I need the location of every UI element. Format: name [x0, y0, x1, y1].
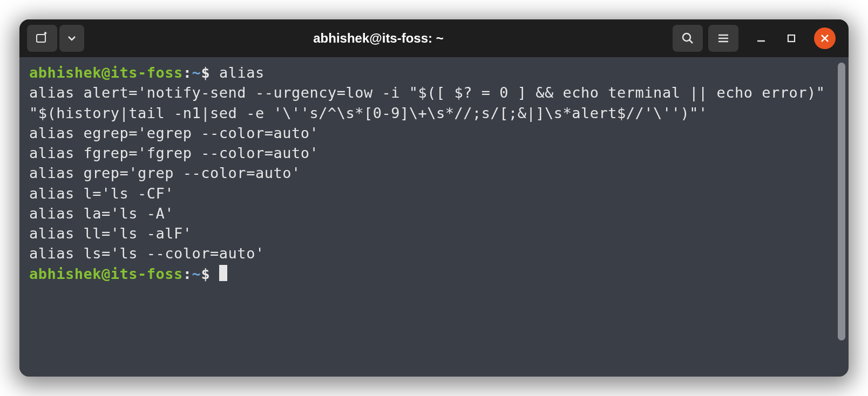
close-button[interactable] — [814, 28, 836, 49]
new-tab-icon — [35, 31, 49, 45]
maximize-icon — [787, 34, 796, 43]
output-line: alias l='ls -CF' — [29, 185, 174, 202]
hamburger-menu-button[interactable] — [708, 25, 738, 52]
titlebar[interactable]: abhishek@its-foss: ~ — [19, 19, 849, 57]
search-button[interactable] — [673, 25, 703, 52]
terminal-window: abhishek@its-foss: ~ — [19, 19, 849, 377]
svg-rect-0 — [37, 35, 45, 42]
command-input: alias — [219, 64, 265, 81]
new-tab-button[interactable] — [27, 25, 57, 52]
terminal-cursor — [219, 265, 227, 281]
prompt-separator: : — [183, 265, 192, 282]
svg-line-4 — [689, 40, 693, 43]
prompt-symbol: $ — [201, 64, 210, 81]
output-line: alias grep='grep --color=auto' — [29, 165, 301, 181]
chevron-down-icon — [67, 33, 77, 43]
output-line: alias alert='notify-send --urgency=low -… — [29, 84, 834, 121]
terminal-body[interactable]: abhishek@its-foss:~$ alias alias alert='… — [19, 57, 849, 377]
search-icon — [681, 32, 694, 45]
svg-rect-9 — [788, 35, 795, 42]
window-frame: abhishek@its-foss: ~ — [19, 19, 849, 377]
hamburger-icon — [717, 32, 729, 44]
maximize-button[interactable] — [784, 31, 799, 46]
titlebar-right-controls — [673, 25, 841, 52]
window-title: abhishek@its-foss: ~ — [313, 31, 443, 46]
prompt-path: ~ — [192, 265, 201, 282]
prompt-user-host: abhishek@its-foss — [29, 265, 183, 282]
output-line: alias la='ls -A' — [29, 205, 174, 222]
scrollbar[interactable] — [838, 63, 845, 371]
prompt-user-host: abhishek@its-foss — [29, 64, 183, 81]
prompt-symbol: $ — [201, 265, 210, 282]
output-line: alias egrep='egrep --color=auto' — [29, 125, 318, 141]
output-line: alias ls='ls --color=auto' — [29, 245, 265, 262]
output-line: alias fgrep='fgrep --color=auto' — [29, 145, 318, 161]
minimize-icon — [756, 33, 766, 43]
minimize-button[interactable] — [754, 31, 769, 46]
close-icon — [820, 33, 830, 43]
prompt-separator: : — [183, 64, 192, 81]
prompt-path: ~ — [192, 64, 201, 81]
output-line: alias ll='ls -alF' — [29, 225, 192, 242]
tab-dropdown-button[interactable] — [59, 25, 84, 52]
terminal-content[interactable]: abhishek@its-foss:~$ alias alias alert='… — [29, 63, 835, 371]
window-controls — [754, 28, 836, 49]
title-area: abhishek@its-foss: ~ — [90, 31, 667, 46]
titlebar-left-controls — [27, 25, 84, 52]
scrollbar-thumb[interactable] — [838, 63, 845, 340]
svg-point-3 — [683, 33, 690, 41]
